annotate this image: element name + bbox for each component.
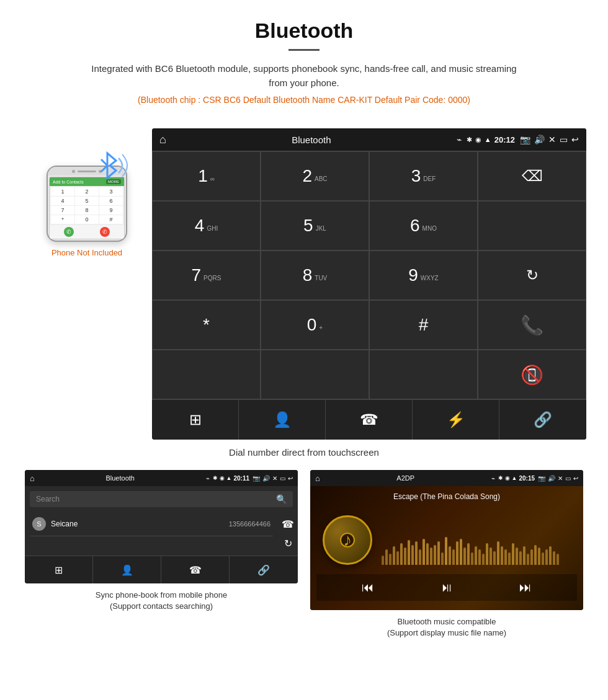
page-header: Bluetooth Integrated with BC6 Bluetooth … <box>0 0 608 128</box>
phonebook-side-icons: ☎ ↻ <box>278 512 298 556</box>
header-divider <box>288 49 320 51</box>
search-icon: 🔍 <box>276 494 287 504</box>
side-refresh-icon[interactable]: ↻ <box>284 538 292 549</box>
nav-keypad[interactable]: ⊞ <box>152 400 239 440</box>
play-pause-button[interactable]: ⏯ <box>440 580 453 595</box>
dial-empty-4 <box>369 350 478 399</box>
music-caption: Bluetooth music compatible (Support disp… <box>384 610 509 645</box>
prev-track-button[interactable]: ⏮ <box>362 580 374 595</box>
refresh-icon: ↻ <box>526 267 539 284</box>
close-icon: ✕ <box>548 135 556 144</box>
spec-text: (Bluetooth chip : CSR BC6 Default Blueto… <box>12 95 596 105</box>
phone-key-9: 9 <box>99 206 123 215</box>
dial-key-2[interactable]: 2ABC <box>261 151 369 201</box>
search-placeholder: Search <box>36 495 60 503</box>
bluetooth-status-icon: ✱ <box>467 136 472 144</box>
music-controls: ⏮ ⏯ ⏭ <box>316 574 577 601</box>
dial-key-7[interactable]: 7PQRS <box>152 250 261 300</box>
pb-close-icon: ✕ <box>272 475 277 482</box>
pb-vol-icon: 🔊 <box>262 475 270 482</box>
phonebook-search-area: Search 🔍 <box>25 486 298 512</box>
ms-cam-icon: 📷 <box>538 475 545 482</box>
dial-key-4[interactable]: 4GHI <box>152 201 261 250</box>
dial-key-1[interactable]: 1∞ <box>152 151 261 201</box>
dial-key-hash[interactable]: # <box>369 300 478 350</box>
bt-waves-icon <box>90 147 133 187</box>
music-status-bar: ⌂ A2DP ⌁ ✱ ◉ ▲ 20:15 📷 🔊 ✕ ▭ ↩ <box>310 470 583 486</box>
nav-phone[interactable]: ☎ <box>326 400 413 440</box>
camera-icon: 📷 <box>520 135 530 144</box>
music-caption-line1: Bluetooth music compatible <box>398 617 496 626</box>
entry-name: Seicane <box>51 520 229 528</box>
music-home-icon[interactable]: ⌂ <box>315 474 320 483</box>
phone-key-star: * <box>51 215 74 224</box>
phonebook-home-icon[interactable]: ⌂ <box>30 474 35 483</box>
phone-key-hash: # <box>99 215 123 224</box>
pb-back-icon[interactable]: ↩ <box>288 475 293 482</box>
phone-key-7: 7 <box>51 206 74 215</box>
music-right-icons: 📷 🔊 ✕ ▭ ↩ <box>538 475 578 482</box>
pb-nav-keypad[interactable]: ⊞ <box>25 556 93 583</box>
page-title: Bluetooth <box>12 19 596 43</box>
phone-key-8: 8 <box>75 206 99 215</box>
pb-nav-link[interactable]: 🔗 <box>230 556 298 583</box>
dialer-status-bar: ⌂ Bluetooth ⌁ ✱ ◉ ▲ 20:12 📷 🔊 ✕ ▭ ↩ <box>152 128 586 151</box>
dial-key-0[interactable]: 0+ <box>261 300 369 350</box>
search-bar[interactable]: Search 🔍 <box>30 491 293 507</box>
signal-icon: ▲ <box>485 136 491 143</box>
dial-call-button[interactable]: 📞 <box>478 300 586 350</box>
next-track-button[interactable]: ⏭ <box>519 580 532 595</box>
phonebook-entry-seicane[interactable]: S Seicane 13566664466 <box>30 512 273 536</box>
location-icon: ◉ <box>475 136 481 144</box>
pb-nav-contacts[interactable]: 👤 <box>93 556 161 583</box>
description-text: Integrated with BC6 Bluetooth module, su… <box>87 62 521 90</box>
ms-vol-icon: 🔊 <box>548 475 555 482</box>
volume-icon: 🔊 <box>534 135 545 144</box>
nav-link[interactable]: 🔗 <box>499 400 586 440</box>
music-status-icons: ✱ ◉ ▲ 20:15 <box>498 475 535 482</box>
phonebook-usb-icon: ⌁ <box>206 475 210 482</box>
back-icon[interactable]: ↩ <box>571 135 579 144</box>
dial-key-6[interactable]: 6MNO <box>369 201 478 250</box>
pb-nav-phone[interactable]: ☎ <box>161 556 230 583</box>
ms-back-icon[interactable]: ↩ <box>573 475 578 482</box>
phonebook-caption-line2: (Support contacts searching) <box>110 601 213 611</box>
entry-avatar: S <box>32 517 46 531</box>
nav-contacts[interactable]: 👤 <box>239 400 326 440</box>
dial-key-8[interactable]: 8TUV <box>261 250 369 300</box>
status-icons: ✱ ◉ ▲ 20:12 <box>467 135 515 144</box>
dial-backspace[interactable]: ⌫ <box>478 151 586 201</box>
phone-end-button: ✆ <box>100 227 110 237</box>
phone-camera <box>72 170 75 173</box>
phonebook-loc-icon: ◉ <box>220 475 225 481</box>
bottom-screens: ⌂ Bluetooth ⌁ ✱ ◉ ▲ 20:11 📷 🔊 ✕ ▭ ↩ <box>0 470 608 657</box>
music-album-area: ♪ // Generate waveform bars inline const… <box>316 506 577 574</box>
nav-bluetooth[interactable]: ⚡ <box>413 400 499 440</box>
main-screen-area: Add to Contacts MORE 1 2 3 4 5 6 7 8 9 *… <box>0 128 608 440</box>
music-caption-line2: (Support display music file name) <box>387 628 506 637</box>
music-note-icon: ♪ <box>343 530 352 550</box>
dial-key-star[interactable]: * <box>152 300 261 350</box>
add-contacts-label: Add to Contacts <box>53 180 84 184</box>
phonebook-app-title: Bluetooth <box>38 474 203 482</box>
dial-refresh[interactable]: ↻ <box>478 250 586 300</box>
phonebook-screen-wrapper: ⌂ Bluetooth ⌁ ✱ ◉ ▲ 20:11 📷 🔊 ✕ ▭ ↩ <box>25 470 298 645</box>
status-right-icons: 📷 🔊 ✕ ▭ ↩ <box>520 135 579 144</box>
dial-empty-2 <box>152 350 261 399</box>
dial-key-3[interactable]: 3DEF <box>369 151 478 201</box>
side-call-icon[interactable]: ☎ <box>282 518 294 530</box>
phonebook-caption-line1: Sync phone-book from mobile phone <box>96 590 227 600</box>
phonebook-caption: Sync phone-book from mobile phone (Suppo… <box>92 583 230 618</box>
phonebook-list: S Seicane 13566664466 <box>25 512 278 556</box>
backspace-icon: ⌫ <box>522 167 543 185</box>
dialer-caption: Dial number direct from touchscreen <box>0 440 608 470</box>
dial-key-5[interactable]: 5JKL <box>261 201 369 250</box>
phone-key-3: 3 <box>99 187 123 196</box>
home-icon[interactable]: ⌂ <box>159 133 166 146</box>
ms-close-icon: ✕ <box>558 475 563 482</box>
music-screen-wrapper: ⌂ A2DP ⌁ ✱ ◉ ▲ 20:15 📷 🔊 ✕ ▭ ↩ <box>310 470 583 645</box>
screen-icon: ▭ <box>560 135 568 144</box>
dial-key-9[interactable]: 9WXYZ <box>369 250 478 300</box>
dial-end-call-button[interactable]: 📵 <box>478 350 586 399</box>
phonebook-right-icons: 📷 🔊 ✕ ▭ ↩ <box>253 475 293 482</box>
